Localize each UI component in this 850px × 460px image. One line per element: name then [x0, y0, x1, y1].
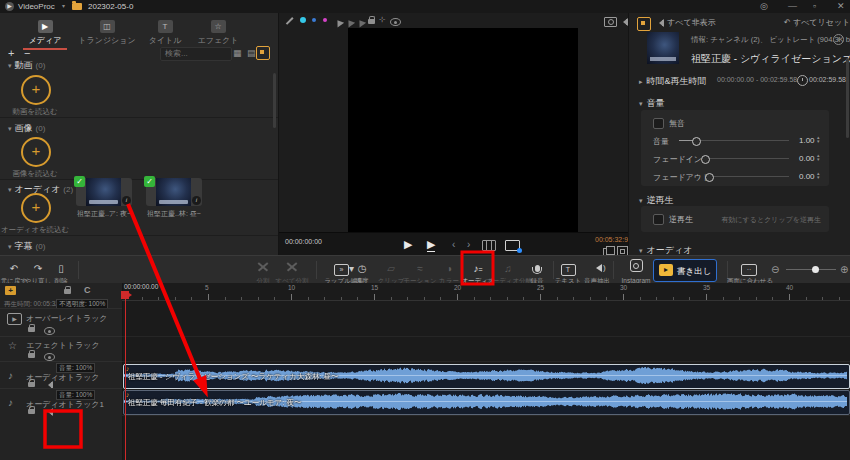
delete-button[interactable]: ▯削除	[41, 258, 81, 286]
select-tool2-icon[interactable]	[343, 15, 355, 28]
list-view-icon[interactable]: ▤	[247, 48, 256, 59]
mute-checkbox[interactable]	[653, 118, 664, 129]
audio-library-item[interactable]: ✓ i	[76, 178, 132, 206]
track-header-overlay[interactable]: ▶ オーバーレイトラック	[0, 308, 122, 337]
close-button[interactable]: ✕	[837, 1, 845, 12]
volume-slider[interactable]	[679, 140, 789, 141]
lock-icon[interactable]	[28, 353, 35, 358]
playhead-marker[interactable]	[121, 291, 129, 299]
volume-section-header[interactable]: ▾音量	[639, 97, 665, 110]
select-tool-icon[interactable]	[332, 15, 344, 28]
volume-stepper[interactable]: ▴▾	[817, 135, 820, 143]
inspector-scrollbar[interactable]	[846, 58, 849, 138]
frame-grab-icon[interactable]	[482, 240, 496, 251]
reverse-checkbox[interactable]	[653, 214, 664, 225]
fade-in-value[interactable]: 0.00	[799, 154, 815, 163]
lock-icon[interactable]	[28, 382, 35, 387]
zoom-in-icon[interactable]: ⊕	[840, 264, 848, 276]
track-header-audio2[interactable]: 音量: 100% ♪ オーディオトラック1	[0, 388, 122, 416]
tab-media[interactable]: ▶ メディア	[13, 15, 77, 46]
magenta-marker-icon[interactable]	[323, 18, 327, 22]
track-header-effect[interactable]: ☆ エフェクトトラック	[0, 336, 122, 362]
section-image-header[interactable]: ▾画像(0)	[8, 122, 45, 135]
divider	[78, 261, 79, 279]
audio-library-item[interactable]: ✓ i	[146, 178, 202, 206]
import-audio-button[interactable]: +	[21, 193, 51, 223]
overlay-track-icon: ▶	[7, 313, 22, 325]
select-tool3-icon[interactable]	[354, 15, 366, 28]
next-frame-button[interactable]: ›	[467, 238, 470, 252]
split-all-button[interactable]: すべて分割	[270, 258, 314, 286]
chevron-down-icon[interactable]: ▾	[62, 2, 65, 9]
track-header-audio1[interactable]: 音量: 100% ♪ オーディオトラック	[0, 361, 122, 389]
lock-icon[interactable]	[28, 327, 35, 332]
info-icon[interactable]: i	[122, 196, 131, 205]
speaker-icon[interactable]	[44, 408, 53, 416]
search-input[interactable]: 検索...	[160, 47, 232, 61]
lock-icon[interactable]	[28, 409, 35, 414]
reset-all-button[interactable]: ↶ すべてリセット	[784, 17, 850, 28]
remove-media-button[interactable]: −	[24, 47, 30, 59]
library-folder-toggle-icon[interactable]	[256, 46, 270, 60]
timeline-lanes[interactable]: 00:00:00.00 510152025303540 ♪ 祖堅正慶 - シヴィ…	[122, 283, 850, 460]
section-subtitle-header[interactable]: ▾字幕(0)	[8, 240, 45, 253]
maximize-button[interactable]: ▫	[813, 1, 816, 12]
fade-out-slider-knob[interactable]	[705, 173, 714, 182]
playhead-line[interactable]	[125, 291, 126, 460]
undo-icon: ↶	[784, 18, 793, 27]
instagram-button[interactable]: Instagram	[616, 258, 656, 284]
selected-clip-toggle-icon[interactable]	[637, 17, 651, 31]
zoom-out-icon[interactable]: ⊖	[771, 264, 779, 276]
prev-frame-button[interactable]: ‹	[452, 238, 455, 252]
render-icon[interactable]: C	[84, 285, 91, 295]
fade-in-slider[interactable]	[703, 158, 789, 159]
display-monitor-icon[interactable]	[505, 240, 520, 251]
video-viewport[interactable]	[348, 28, 578, 232]
hide-all-button[interactable]: すべて非表示	[667, 17, 716, 28]
fade-out-value[interactable]: 0.00	[799, 172, 815, 181]
eye-icon[interactable]	[44, 353, 55, 361]
cyan-marker-icon[interactable]	[300, 17, 306, 23]
pen-tool-icon[interactable]	[286, 17, 293, 24]
info-icon[interactable]: i	[192, 196, 201, 205]
tab-effect[interactable]: ☆ エフェクト	[186, 15, 250, 46]
add-media-button[interactable]: +	[8, 47, 14, 59]
eye-icon[interactable]	[390, 18, 401, 26]
duration-section-header[interactable]: ▸時間&再生時間	[639, 75, 707, 88]
timeline-ruler[interactable]: 510152025303540	[122, 283, 850, 301]
record-window-icon[interactable]: ◎	[760, 1, 768, 12]
fade-out-slider[interactable]	[707, 176, 789, 177]
lock-icon[interactable]	[368, 19, 375, 24]
audio-clip-2[interactable]: ♪ 祖堅正慶 毎田有紀子 - 歓楽の都 〜ユールモア: 夜〜	[123, 390, 850, 415]
import-image-button[interactable]: +	[21, 137, 51, 167]
volume-value[interactable]: 1.00	[799, 136, 815, 145]
play-button[interactable]: ▶	[404, 237, 412, 251]
library-scrollbar[interactable]	[273, 73, 276, 128]
section-video-header[interactable]: ▾動画(0)	[8, 59, 45, 72]
eye-icon[interactable]	[44, 327, 55, 335]
fit-screen-button[interactable]: ··画面に合わせる	[727, 258, 771, 286]
transport-bar: 00:00:00:00 ▶ ▶ ‹ › 00:05:32:97	[279, 232, 628, 256]
voice-extract-button[interactable]: 音声抽出	[577, 258, 617, 286]
project-name: 202302-05-0	[88, 2, 133, 11]
import-video-button[interactable]: +	[21, 75, 51, 105]
grid-view-icon[interactable]: ▦	[233, 48, 242, 59]
export-button[interactable]: ▸ 書き出し	[653, 259, 717, 282]
volume-slider-knob[interactable]	[692, 137, 701, 146]
fade-in-stepper[interactable]: ▴▾	[817, 153, 820, 161]
tab-transition[interactable]: ◫ トランジション	[75, 15, 139, 46]
snapshot-icon[interactable]	[604, 17, 617, 27]
timeline-zoom-slider[interactable]	[786, 269, 836, 270]
add-track-icon[interactable]: +	[5, 286, 16, 295]
anchor-icon[interactable]: ⊹	[379, 15, 386, 25]
lock-all-icon[interactable]	[64, 289, 71, 294]
play-from-start-button[interactable]: ▶	[427, 237, 435, 252]
blue-marker-icon[interactable]	[312, 18, 316, 22]
timeline-zoom-knob[interactable]	[812, 266, 819, 273]
audio-clip-1[interactable]: ♪ 祖堅正慶 - シヴィライゼーションズ 〜ラケティカ大森林: 昼〜	[123, 364, 850, 389]
fade-in-slider-knob[interactable]	[701, 155, 710, 164]
fade-out-stepper[interactable]: ▴▾	[817, 171, 820, 179]
info-icon[interactable]: i	[833, 34, 844, 45]
speaker-icon[interactable]	[619, 18, 628, 26]
minimize-button[interactable]: —	[788, 1, 797, 12]
